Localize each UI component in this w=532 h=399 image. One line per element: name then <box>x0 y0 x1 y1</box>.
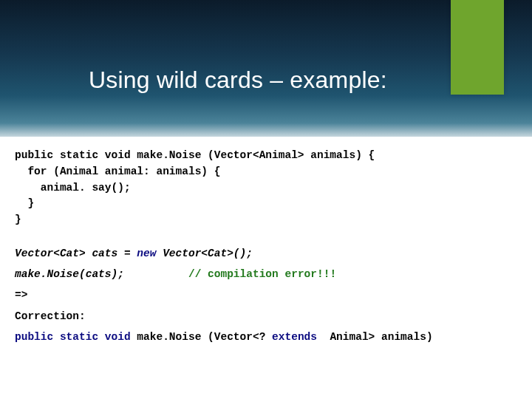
comment: // compilation error!!! <box>188 268 336 280</box>
code-line-call-error: make.Noise(cats); // compilation error!!… <box>15 264 517 284</box>
code-block-1: public static void make.Noise (Vector<An… <box>15 148 517 228</box>
keyword-extends: extends <box>272 331 324 343</box>
correction-label: Correction: <box>15 306 517 327</box>
slide: Using wild cards – example: public stati… <box>0 0 532 399</box>
slide-content: public static void make.Noise (Vector<An… <box>15 148 517 347</box>
keywords: public static void <box>15 331 131 343</box>
pad <box>124 268 188 280</box>
code-line-vector-cat: Vector<Cat> cats = new Vector<Cat>(); <box>15 243 517 264</box>
spacer <box>15 233 517 243</box>
code-text: Animal> animals) <box>324 331 433 343</box>
code-call: make.Noise(cats); <box>15 268 124 280</box>
accent-tab <box>451 0 504 95</box>
slide-title: Using wild cards – example: <box>89 66 387 94</box>
code-text: make.Noise (Vector<? <box>131 331 272 343</box>
code-text: Vector<Cat> cats = <box>15 248 137 259</box>
code-line-correction: public static void make.Noise (Vector<? … <box>15 327 517 347</box>
arrow-line: => <box>15 284 517 305</box>
code-text: Vector<Cat>(); <box>156 248 253 259</box>
keyword-new: new <box>137 248 156 259</box>
